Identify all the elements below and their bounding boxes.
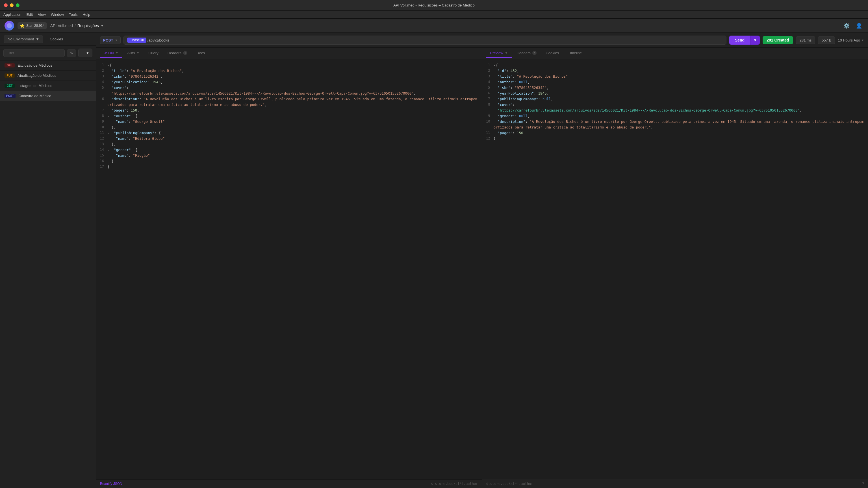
sidebar-toolbar: ⇅ ＋ ▼ [0,46,96,60]
tab-response-headers[interactable]: Headers 3 [513,48,541,58]
line-number: 5 [482,85,494,91]
code-line: "https://carrefourbr.vtexassets.com/arqu… [482,107,868,113]
no-env-label: No Environment [8,37,34,41]
request-panel: JSON ▼ Auth ▼ Query Headers 1 [96,48,482,488]
line-content: "publishingCompany": null, [494,96,868,102]
sidebar-list: DEL Exclusão de Médicos PUT Atualização … [0,60,96,488]
code-line: 12 "name": "Editora Globo" [96,136,482,141]
tab-headers[interactable]: Headers 1 [164,48,192,58]
send-dropdown-button[interactable]: ▼ [750,36,760,44]
tab-headers-badge: 1 [183,51,188,55]
sidebar-item-label: Atualização de Médicos [18,73,56,78]
tab-json[interactable]: JSON ▼ [100,48,122,58]
code-line: 6 "description": "A Revolução dos Bichos… [96,96,482,107]
tab-cookies-label: Cookies [546,51,559,55]
environment-selector[interactable]: No Environment ▼ [4,35,43,43]
line-content: "yearPublication": 1945, [494,91,868,96]
sidebar-item-atualizacao[interactable]: PUT Atualização de Médicos [0,71,96,81]
timestamp-dropdown[interactable]: ▼ [861,39,864,42]
code-line: 1 ▾{ [482,62,868,68]
settings-button[interactable]: ⚙️ [842,21,851,30]
sort-button[interactable]: ⇅ [67,49,76,57]
menu-window[interactable]: Window [51,12,64,17]
code-line: 9 "gender": null, [482,113,868,119]
breadcrumb-link[interactable]: API Voll.med [50,24,73,28]
line-number: 15 [96,153,107,158]
tab-response-headers-label: Headers [517,51,531,55]
tab-preview-dropdown: ▼ [505,52,508,55]
menu-edit[interactable]: Edit [27,12,33,17]
logo-inner [7,23,12,28]
tab-auth[interactable]: Auth ▼ [123,48,144,58]
breadcrumb-current: Requisições [78,24,99,28]
content-area: POST ▼ _.baseUrl /api/v1/books Send ▼ 20… [96,33,868,488]
sidebar-item-label: Exclusão de Médicos [18,63,52,67]
line-number: 3 [96,74,107,79]
cookies-button[interactable]: Cookies [46,35,66,43]
close-button[interactable] [4,3,8,7]
line-content: ▾{ [494,62,868,68]
line-content: "author": null, [494,79,868,85]
line-number: 1 [96,62,107,68]
response-time: 281 ms [796,36,815,44]
line-content: ▾{ [107,62,482,68]
request-bar: POST ▼ _.baseUrl /api/v1/books Send ▼ 20… [96,33,868,48]
breadcrumb-dropdown-arrow[interactable]: ▼ [101,24,104,27]
panels: JSON ▼ Auth ▼ Query Headers 1 [96,48,868,488]
tab-query-label: Query [148,51,158,55]
line-content: "pages": 150 [494,130,868,136]
code-line: 15 "name": "Ficção" [96,153,482,158]
code-line: 8 ▾ "author": { [96,113,482,119]
line-content: ▾ "author": { [107,113,482,119]
tab-timeline[interactable]: Timeline [564,48,586,58]
filter-input[interactable] [3,49,65,57]
line-number: 13 [96,141,107,147]
line-content: }, [107,141,482,147]
send-button[interactable]: Send [729,36,750,44]
line-content: "isbn": "9780451526342", [494,85,868,91]
add-request-button[interactable]: ＋ ▼ [78,48,92,57]
method-dropdown-arrow: ▼ [115,39,118,42]
menu-help[interactable]: Help [83,12,90,17]
line-number: 4 [96,79,107,85]
sidebar-item-exclusao[interactable]: DEL Exclusão de Médicos [0,60,96,71]
code-line: 13 }, [96,141,482,147]
code-line: 2 "title": "A Revolução dos Bichos", [96,68,482,74]
github-star-button[interactable]: ⭐ Star 28.914 [18,22,47,29]
method-selector[interactable]: POST ▼ [100,36,121,44]
line-content: } [107,164,482,170]
tab-json-label: JSON [104,51,114,55]
sidebar-item-cadastro[interactable]: POST Cadastro de Médico [0,91,96,101]
menu-application[interactable]: Application [3,12,22,17]
line-content: "name": "George Orwell" [107,119,482,125]
line-content: "id": 452, [494,68,868,74]
user-button[interactable]: 👤 [855,21,864,30]
help-icon[interactable]: ? [862,482,864,486]
code-line: 10 "description": "A Revolução dos Bicho… [482,119,868,130]
line-number [482,107,494,113]
method-badge-post: POST [4,94,16,98]
menu-tools[interactable]: Tools [69,12,78,17]
line-content: }, [107,125,482,130]
maximize-button[interactable] [16,3,20,7]
tab-auth-dropdown: ▼ [136,52,139,55]
line-content: "description": "A Revolução dos Bichos é… [494,119,868,130]
timestamp: 10 Hours Ago ▼ [838,38,864,42]
tab-query[interactable]: Query [144,48,162,58]
window-title: API Voll.med - Requisições – Cadastro de… [393,3,475,7]
minimize-button[interactable] [10,3,13,7]
beautify-json-button[interactable]: Beautify JSON [100,482,122,486]
line-number: 5 [96,85,107,91]
sidebar-item-listagem[interactable]: GET Listagem de Médicos [0,81,96,91]
code-line: 8 "cover": [482,102,868,107]
url-bar[interactable]: _.baseUrl /api/v1/books [123,36,726,44]
menu-view[interactable]: View [38,12,46,17]
line-content: "gender": null, [494,113,868,119]
url-path: /api/v1/books [148,38,169,42]
tab-json-dropdown: ▼ [116,52,118,55]
request-tab-bar: JSON ▼ Auth ▼ Query Headers 1 [96,48,482,59]
tab-preview[interactable]: Preview ▼ [486,48,512,58]
window-controls [4,3,20,7]
tab-cookies[interactable]: Cookies [541,48,563,58]
tab-docs[interactable]: Docs [192,48,209,58]
